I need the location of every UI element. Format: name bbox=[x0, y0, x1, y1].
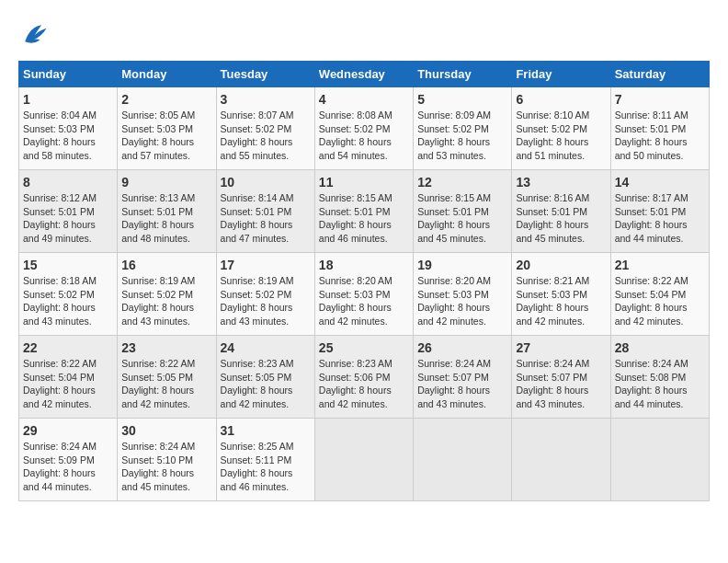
calendar-cell: 25 Sunrise: 8:23 AMSunset: 5:06 PMDaylig… bbox=[314, 336, 413, 419]
day-number: 15 bbox=[23, 258, 113, 272]
calendar-cell: 7 Sunrise: 8:11 AMSunset: 5:01 PMDayligh… bbox=[610, 87, 709, 170]
day-info: Sunrise: 8:20 AMSunset: 5:03 PMDaylight:… bbox=[417, 274, 507, 328]
calendar-cell: 21 Sunrise: 8:22 AMSunset: 5:04 PMDaylig… bbox=[610, 253, 709, 336]
day-number: 7 bbox=[615, 92, 705, 107]
day-number: 21 bbox=[615, 258, 705, 272]
calendar-cell: 20 Sunrise: 8:21 AMSunset: 5:03 PMDaylig… bbox=[512, 253, 610, 336]
page-header bbox=[18, 18, 710, 52]
header-saturday: Saturday bbox=[610, 62, 709, 87]
day-number: 18 bbox=[319, 258, 409, 272]
day-info: Sunrise: 8:15 AMSunset: 5:01 PMDaylight:… bbox=[319, 191, 409, 246]
day-number: 20 bbox=[516, 258, 606, 272]
calendar-cell: 2 Sunrise: 8:05 AMSunset: 5:03 PMDayligh… bbox=[118, 87, 216, 170]
calendar-cell: 18 Sunrise: 8:20 AMSunset: 5:03 PMDaylig… bbox=[314, 253, 413, 336]
day-info: Sunrise: 8:22 AMSunset: 5:05 PMDaylight:… bbox=[121, 357, 211, 411]
calendar-cell: 1 Sunrise: 8:04 AMSunset: 5:03 PMDayligh… bbox=[19, 87, 118, 170]
day-info: Sunrise: 8:10 AMSunset: 5:02 PMDaylight:… bbox=[516, 109, 606, 163]
day-info: Sunrise: 8:25 AMSunset: 5:11 PMDaylight:… bbox=[221, 440, 311, 494]
day-number: 28 bbox=[615, 340, 705, 355]
day-number: 14 bbox=[615, 175, 705, 190]
calendar-week-row: 29 Sunrise: 8:24 AMSunset: 5:09 PMDaylig… bbox=[19, 419, 710, 501]
calendar-cell: 23 Sunrise: 8:22 AMSunset: 5:05 PMDaylig… bbox=[118, 336, 216, 419]
day-info: Sunrise: 8:22 AMSunset: 5:04 PMDaylight:… bbox=[23, 357, 113, 411]
calendar-week-row: 1 Sunrise: 8:04 AMSunset: 5:03 PMDayligh… bbox=[19, 87, 710, 170]
day-info: Sunrise: 8:24 AMSunset: 5:10 PMDaylight:… bbox=[121, 440, 211, 494]
calendar-cell: 15 Sunrise: 8:18 AMSunset: 5:02 PMDaylig… bbox=[19, 253, 118, 336]
calendar-cell: 11 Sunrise: 8:15 AMSunset: 5:01 PMDaylig… bbox=[314, 170, 413, 253]
day-number: 6 bbox=[516, 92, 606, 107]
day-number: 5 bbox=[417, 92, 507, 107]
calendar-week-row: 22 Sunrise: 8:22 AMSunset: 5:04 PMDaylig… bbox=[19, 336, 710, 419]
day-info: Sunrise: 8:19 AMSunset: 5:02 PMDaylight:… bbox=[221, 274, 311, 328]
day-info: Sunrise: 8:21 AMSunset: 5:03 PMDaylight:… bbox=[516, 274, 606, 328]
day-number: 25 bbox=[319, 340, 409, 355]
calendar-cell: 14 Sunrise: 8:17 AMSunset: 5:01 PMDaylig… bbox=[610, 170, 709, 253]
calendar-cell: 5 Sunrise: 8:09 AMSunset: 5:02 PMDayligh… bbox=[414, 87, 512, 170]
day-number: 9 bbox=[121, 175, 211, 190]
day-number: 29 bbox=[23, 423, 113, 438]
calendar-cell: 6 Sunrise: 8:10 AMSunset: 5:02 PMDayligh… bbox=[512, 87, 610, 170]
calendar-cell: 29 Sunrise: 8:24 AMSunset: 5:09 PMDaylig… bbox=[19, 419, 118, 501]
day-info: Sunrise: 8:05 AMSunset: 5:03 PMDaylight:… bbox=[121, 109, 211, 163]
calendar-cell bbox=[314, 419, 413, 501]
calendar-cell: 9 Sunrise: 8:13 AMSunset: 5:01 PMDayligh… bbox=[118, 170, 216, 253]
day-number: 17 bbox=[221, 258, 311, 272]
day-info: Sunrise: 8:13 AMSunset: 5:01 PMDaylight:… bbox=[121, 191, 211, 246]
calendar-cell: 26 Sunrise: 8:24 AMSunset: 5:07 PMDaylig… bbox=[414, 336, 512, 419]
header-tuesday: Tuesday bbox=[216, 62, 314, 87]
calendar-cell bbox=[512, 419, 610, 501]
day-info: Sunrise: 8:11 AMSunset: 5:01 PMDaylight:… bbox=[615, 109, 705, 163]
day-info: Sunrise: 8:24 AMSunset: 5:07 PMDaylight:… bbox=[516, 357, 606, 411]
calendar-cell: 24 Sunrise: 8:23 AMSunset: 5:05 PMDaylig… bbox=[216, 336, 314, 419]
day-number: 8 bbox=[23, 175, 113, 190]
calendar-cell: 10 Sunrise: 8:14 AMSunset: 5:01 PMDaylig… bbox=[216, 170, 314, 253]
calendar-cell: 8 Sunrise: 8:12 AMSunset: 5:01 PMDayligh… bbox=[19, 170, 118, 253]
day-info: Sunrise: 8:23 AMSunset: 5:05 PMDaylight:… bbox=[221, 357, 311, 411]
day-number: 1 bbox=[23, 92, 113, 107]
day-info: Sunrise: 8:24 AMSunset: 5:08 PMDaylight:… bbox=[615, 357, 705, 411]
day-info: Sunrise: 8:09 AMSunset: 5:02 PMDaylight:… bbox=[417, 109, 507, 163]
calendar-week-row: 8 Sunrise: 8:12 AMSunset: 5:01 PMDayligh… bbox=[19, 170, 710, 253]
calendar-cell: 27 Sunrise: 8:24 AMSunset: 5:07 PMDaylig… bbox=[512, 336, 610, 419]
logo bbox=[18, 18, 55, 52]
day-number: 12 bbox=[417, 175, 507, 190]
calendar-week-row: 15 Sunrise: 8:18 AMSunset: 5:02 PMDaylig… bbox=[19, 253, 710, 336]
calendar-cell: 4 Sunrise: 8:08 AMSunset: 5:02 PMDayligh… bbox=[314, 87, 413, 170]
day-info: Sunrise: 8:15 AMSunset: 5:01 PMDaylight:… bbox=[417, 191, 507, 246]
calendar-cell: 31 Sunrise: 8:25 AMSunset: 5:11 PMDaylig… bbox=[216, 419, 314, 501]
day-number: 19 bbox=[417, 258, 507, 272]
day-info: Sunrise: 8:16 AMSunset: 5:01 PMDaylight:… bbox=[516, 191, 606, 246]
calendar-cell: 28 Sunrise: 8:24 AMSunset: 5:08 PMDaylig… bbox=[610, 336, 709, 419]
day-info: Sunrise: 8:14 AMSunset: 5:01 PMDaylight:… bbox=[221, 191, 311, 246]
day-number: 31 bbox=[221, 423, 311, 438]
day-number: 10 bbox=[221, 175, 311, 190]
calendar-cell: 17 Sunrise: 8:19 AMSunset: 5:02 PMDaylig… bbox=[216, 253, 314, 336]
day-number: 3 bbox=[221, 92, 311, 107]
day-info: Sunrise: 8:04 AMSunset: 5:03 PMDaylight:… bbox=[23, 109, 113, 163]
logo-icon bbox=[18, 18, 51, 52]
calendar-header-row: SundayMondayTuesdayWednesdayThursdayFrid… bbox=[19, 62, 710, 87]
day-info: Sunrise: 8:23 AMSunset: 5:06 PMDaylight:… bbox=[319, 357, 409, 411]
day-number: 11 bbox=[319, 175, 409, 190]
day-number: 26 bbox=[417, 340, 507, 355]
day-info: Sunrise: 8:22 AMSunset: 5:04 PMDaylight:… bbox=[615, 274, 705, 328]
calendar-cell: 30 Sunrise: 8:24 AMSunset: 5:10 PMDaylig… bbox=[118, 419, 216, 501]
calendar-table: SundayMondayTuesdayWednesdayThursdayFrid… bbox=[18, 61, 710, 501]
day-number: 13 bbox=[516, 175, 606, 190]
calendar-cell bbox=[610, 419, 709, 501]
calendar-cell: 3 Sunrise: 8:07 AMSunset: 5:02 PMDayligh… bbox=[216, 87, 314, 170]
day-info: Sunrise: 8:18 AMSunset: 5:02 PMDaylight:… bbox=[23, 274, 113, 328]
header-wednesday: Wednesday bbox=[314, 62, 413, 87]
header-friday: Friday bbox=[512, 62, 610, 87]
day-info: Sunrise: 8:08 AMSunset: 5:02 PMDaylight:… bbox=[319, 109, 409, 163]
day-number: 24 bbox=[221, 340, 311, 355]
header-sunday: Sunday bbox=[19, 62, 118, 87]
calendar-cell: 22 Sunrise: 8:22 AMSunset: 5:04 PMDaylig… bbox=[19, 336, 118, 419]
header-monday: Monday bbox=[118, 62, 216, 87]
calendar-cell: 12 Sunrise: 8:15 AMSunset: 5:01 PMDaylig… bbox=[414, 170, 512, 253]
day-info: Sunrise: 8:24 AMSunset: 5:09 PMDaylight:… bbox=[23, 440, 113, 494]
day-info: Sunrise: 8:17 AMSunset: 5:01 PMDaylight:… bbox=[615, 191, 705, 246]
day-number: 22 bbox=[23, 340, 113, 355]
day-info: Sunrise: 8:20 AMSunset: 5:03 PMDaylight:… bbox=[319, 274, 409, 328]
day-number: 4 bbox=[319, 92, 409, 107]
